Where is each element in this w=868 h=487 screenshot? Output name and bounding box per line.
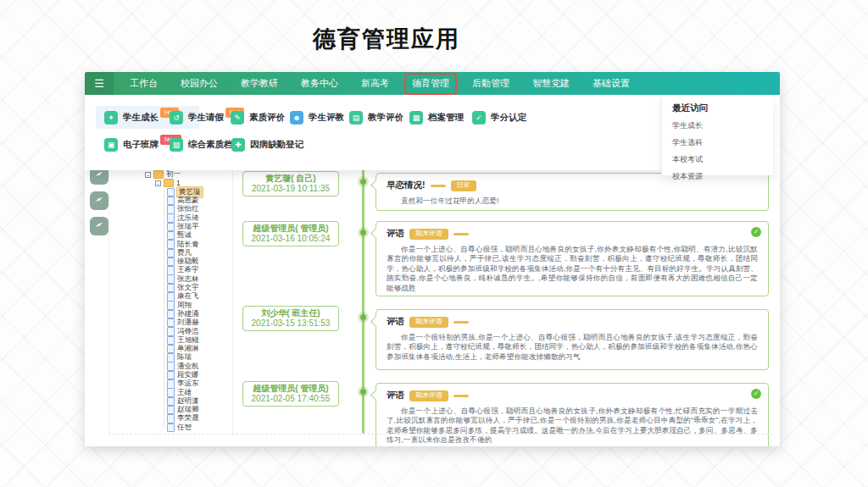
record-card[interactable]: 评语 期末评语 ✓ 你是一个上进心、自尊心很强，聪明而且心地善良的女孩子,你外表… bbox=[376, 221, 769, 296]
menu-item-icon: ✚ bbox=[231, 138, 245, 152]
menu-item[interactable]: ✓ 学分认定 bbox=[472, 108, 526, 127]
tree-student-item[interactable]: 周翔 bbox=[108, 301, 231, 309]
nav-item[interactable]: 基础设置 bbox=[593, 77, 630, 90]
card-header: 评语 期末评语 bbox=[387, 316, 758, 328]
collapse-icon[interactable]: - bbox=[155, 180, 161, 186]
file-icon bbox=[167, 414, 175, 423]
timeline-author-card[interactable]: 刘少华( 班主任) 2021-03-15 13:51:53 bbox=[242, 306, 339, 331]
tree-grade-node[interactable]: - 初一 bbox=[108, 170, 231, 179]
tree-student-item[interactable]: 甄诚 bbox=[108, 231, 231, 240]
menu-item[interactable]: ▦ 档案管理 bbox=[409, 108, 464, 127]
menu-item-label: 学生评教 bbox=[309, 112, 344, 124]
card-body: 你是一个上进心、自尊心很强，聪明而且心地善良的女孩子,你外表文静却极有个性,忙碌… bbox=[387, 407, 758, 445]
list-menu-icon[interactable]: ☰ bbox=[85, 72, 114, 95]
file-icon bbox=[167, 371, 175, 380]
menu-item-label: 学分认定 bbox=[491, 112, 526, 124]
tree-student-item[interactable]: 赵明潇 bbox=[108, 397, 231, 406]
check-icon: ✓ bbox=[751, 389, 761, 399]
tree-class-node[interactable]: - 1 bbox=[108, 179, 231, 187]
file-icon bbox=[167, 292, 175, 302]
nav-item[interactable]: 新高考 bbox=[361, 77, 389, 90]
tree-student-item[interactable]: 刘潘赫 bbox=[108, 318, 231, 327]
file-icon bbox=[167, 257, 175, 267]
nav-item[interactable]: 智慧党建 bbox=[532, 77, 570, 90]
tree-student-item[interactable]: 李运东 bbox=[108, 379, 231, 388]
tree-student-item[interactable]: 孙建涌 bbox=[108, 310, 231, 318]
nav-item[interactable]: 教学教研 bbox=[241, 77, 278, 90]
tree-student-item[interactable]: 徐聪毅 bbox=[108, 257, 231, 266]
tree-student-item[interactable]: 王雄 bbox=[108, 388, 231, 396]
nav-item[interactable]: 工作台 bbox=[130, 77, 158, 90]
card-title: 评语 bbox=[387, 390, 404, 401]
tree-student-item[interactable]: 陆长青 bbox=[108, 240, 231, 248]
menu-item-icon: ✎ bbox=[231, 111, 244, 125]
timestamp: 2021-03-16 10:05:24 bbox=[243, 234, 338, 244]
folder-icon bbox=[164, 179, 174, 187]
tree-student-item[interactable]: 李荣晟 bbox=[108, 414, 231, 423]
collapse-icon[interactable]: - bbox=[145, 172, 151, 178]
tree-student-item[interactable]: 任智 bbox=[108, 423, 231, 432]
menu-item[interactable]: ☻ 学生评教 bbox=[290, 108, 344, 127]
tree-student-item[interactable]: 黄艺璇 bbox=[108, 188, 231, 196]
tree-student-item[interactable]: 张文宇 bbox=[108, 284, 231, 292]
menu-item[interactable]: ▤ 教学评价 bbox=[349, 108, 403, 127]
tree-student-item[interactable]: 陈瑞 bbox=[108, 353, 231, 362]
tree-student-item[interactable]: 段安娜 bbox=[108, 371, 231, 379]
tree-student-item[interactable]: 张瑞平 bbox=[108, 223, 231, 231]
menu-item-icon: ✦ bbox=[104, 111, 118, 125]
timeline-author-card[interactable]: 超级管理员( 管理员) 2021-02-05 17:40:55 bbox=[242, 381, 339, 407]
tree-student-list: 黄艺璇 高恩豪 张怡红 沈乐琦 张瑞平 bbox=[108, 188, 231, 432]
tree-student-item[interactable]: 赵瑞卿 bbox=[108, 406, 231, 414]
file-icon bbox=[167, 336, 175, 346]
tree-student-item[interactable]: 康在飞 bbox=[108, 292, 231, 301]
dash-decoration bbox=[453, 395, 469, 397]
recent-visit-item[interactable]: 学生成长 bbox=[672, 120, 773, 131]
card-arrow bbox=[370, 180, 381, 191]
nav-item[interactable]: 德育管理 bbox=[412, 77, 449, 90]
file-icon bbox=[167, 274, 175, 284]
student-name: 任智 bbox=[177, 423, 192, 433]
nav-item[interactable]: 后勤管理 bbox=[472, 77, 509, 90]
file-icon bbox=[167, 397, 175, 407]
tree-student-item[interactable]: 潘业凯 bbox=[108, 362, 231, 371]
recent-visit-item[interactable]: 学生选科 bbox=[672, 137, 773, 148]
file-icon bbox=[167, 388, 175, 397]
bird-button[interactable] bbox=[90, 217, 108, 235]
tree-student-item[interactable]: 王希宇 bbox=[108, 266, 231, 274]
file-icon bbox=[167, 327, 175, 336]
tree-student-item[interactable]: 单湘淋 bbox=[108, 345, 231, 353]
tree-grade-label: 初一 bbox=[166, 169, 181, 180]
file-icon bbox=[167, 353, 175, 362]
timeline-author-card[interactable]: 黄艺璇( 自己) 2021-03-19 10:11:35 bbox=[242, 171, 339, 196]
timeline-author-card[interactable]: 超级管理员( 管理员) 2021-03-16 10:05:24 bbox=[242, 221, 339, 246]
record-card[interactable]: 评语 期末评语 ✓ 你是一个很特别的男孩,你是一个上进心、自尊心很强，聪明而且心… bbox=[376, 309, 769, 370]
file-icon bbox=[167, 310, 175, 319]
tree-class-label: 1 bbox=[176, 179, 181, 187]
tree-student-item[interactable]: 高恩豪 bbox=[108, 196, 231, 205]
file-icon bbox=[167, 362, 175, 371]
timestamp: 2021-03-15 13:51:53 bbox=[243, 318, 338, 329]
tree-student-item[interactable]: 张志林 bbox=[108, 275, 231, 284]
record-card[interactable]: 评语 期末评语 ✓ 你是一个上进心、自尊心很强，聪明而且心地善良的女孩子,你外表… bbox=[376, 383, 769, 446]
card-title: 评语 bbox=[387, 316, 404, 328]
menu-item[interactable]: ✦ 学生成长 Hot bbox=[104, 108, 179, 127]
file-icon bbox=[167, 188, 175, 197]
tree-student-item[interactable]: 冯铮浩 bbox=[108, 327, 231, 335]
nav-item[interactable]: 教务中心 bbox=[301, 77, 338, 90]
nav-item[interactable]: 校园办公 bbox=[181, 77, 218, 90]
tree-student-item[interactable]: 沈乐琦 bbox=[108, 213, 231, 222]
recent-visit-item[interactable]: 校本资源 bbox=[672, 171, 773, 182]
category-badge: 日常 bbox=[451, 180, 476, 191]
file-icon bbox=[167, 240, 175, 249]
nav-items: 工作台 校园办公 教学教研 教务中心 新高考 德育管理 后勤管理 智慧党建 基础… bbox=[130, 77, 630, 90]
tree-student-item[interactable]: 张怡红 bbox=[108, 205, 231, 213]
menu-item[interactable]: ✎ 素质评价 bbox=[231, 108, 285, 127]
recent-visits-list: 学生成长 学生选科 本校考试 校本资源 bbox=[662, 120, 773, 182]
page-title: 德育管理应用 bbox=[0, 24, 773, 54]
tree-student-item[interactable]: 费凡 bbox=[108, 249, 231, 257]
app-window: ☰ 工作台 校园办公 教学教研 教务中心 新高考 德育管理 后勤管理 智慧党建 … bbox=[85, 72, 780, 446]
tree-student-item[interactable]: 王旭鲲 bbox=[108, 336, 231, 345]
bird-button[interactable] bbox=[90, 191, 108, 210]
recent-visit-item[interactable]: 本校考试 bbox=[672, 154, 773, 165]
menu-item[interactable]: ✚ 因病缺勤登记 bbox=[231, 136, 303, 154]
